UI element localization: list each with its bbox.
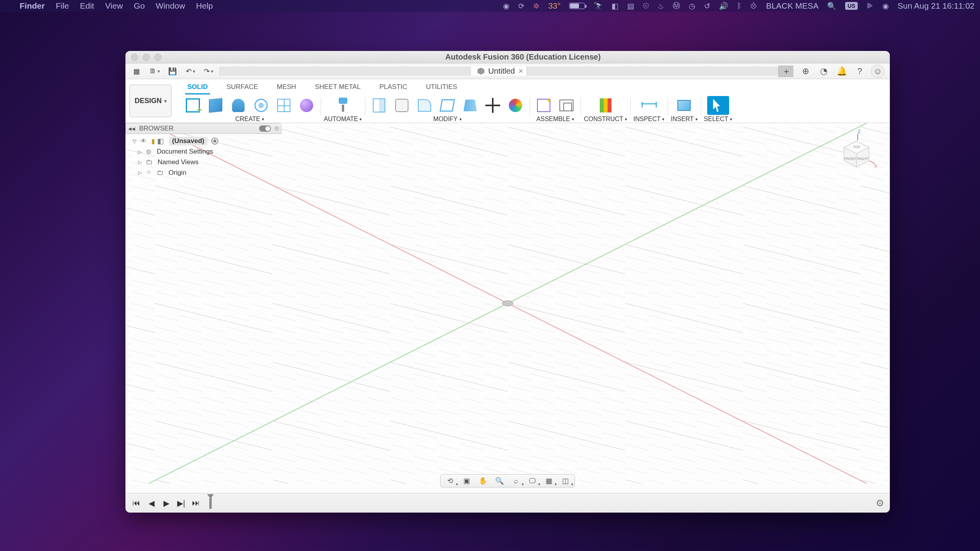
- help-button[interactable]: ?: [853, 65, 866, 78]
- airdrop-icon[interactable]: ⦾: [643, 2, 649, 10]
- battery-icon[interactable]: [569, 3, 585, 9]
- close-tab-button[interactable]: ✕: [518, 67, 523, 75]
- create-sketch-button[interactable]: [182, 96, 204, 115]
- measure-button[interactable]: [638, 96, 660, 115]
- close-button[interactable]: [131, 54, 138, 61]
- sync-icon[interactable]: ⟳: [518, 2, 524, 11]
- hostname[interactable]: BLACK MESA: [766, 1, 818, 11]
- fan-icon[interactable]: ✲: [533, 2, 539, 11]
- extrude-button[interactable]: [227, 96, 249, 115]
- bluetooth-icon[interactable]: ᛒ: [737, 2, 741, 10]
- tab-plastic[interactable]: PLASTIC: [377, 82, 410, 94]
- file-menu-button[interactable]: 🗎: [147, 65, 162, 77]
- record-icon[interactable]: ◉: [503, 2, 510, 11]
- browser-header[interactable]: ◂◂ BROWSER ⎋: [125, 123, 281, 134]
- zoom-button[interactable]: 🔍: [494, 476, 505, 486]
- menu-go[interactable]: Go: [134, 1, 145, 11]
- tree-item-named-views[interactable]: ▷ 🗀 Named Views: [125, 157, 281, 167]
- browser-pin-icon[interactable]: ⎋: [275, 125, 279, 132]
- create-box-button[interactable]: [205, 96, 227, 115]
- window-titlebar[interactable]: Autodesk Fusion 360 (Education License): [125, 51, 890, 63]
- tab-utilities[interactable]: UTILITIES: [424, 82, 459, 94]
- malware-icon[interactable]: Ⓜ: [673, 1, 680, 11]
- timeline-start-button[interactable]: ⏮: [131, 498, 142, 509]
- menu-window[interactable]: Window: [156, 1, 185, 11]
- look-at-button[interactable]: ▣: [461, 476, 472, 486]
- automate-button[interactable]: [332, 96, 354, 115]
- assemble-dropdown[interactable]: ASSEMBLE: [536, 116, 574, 123]
- save-button[interactable]: 💾: [165, 65, 180, 77]
- fillet-button[interactable]: [391, 96, 413, 115]
- tab-sheet-metal[interactable]: SHEET METAL: [312, 82, 363, 94]
- revolve-button[interactable]: [250, 96, 272, 115]
- tree-item-origin[interactable]: ▷ 👁 🗀 Origin: [125, 167, 281, 178]
- zoom-window-button[interactable]: ⌕: [510, 476, 521, 486]
- grid-settings-button[interactable]: ▦: [543, 476, 554, 486]
- minimize-button[interactable]: [143, 54, 150, 61]
- draft-button[interactable]: [459, 96, 481, 115]
- timeline-settings-button[interactable]: ⚙: [876, 498, 884, 509]
- appearance-button[interactable]: [505, 96, 526, 115]
- display-settings-button[interactable]: 🖵: [527, 476, 538, 486]
- inspect-dropdown[interactable]: INSPECT: [633, 116, 664, 123]
- zoom-button[interactable]: [154, 54, 162, 61]
- gear-icon[interactable]: ⚙: [146, 148, 154, 156]
- menu-view[interactable]: View: [105, 1, 123, 11]
- expand-icon[interactable]: ▷: [138, 149, 143, 155]
- binoculars-icon[interactable]: 🔭: [593, 2, 603, 11]
- create-form-button[interactable]: [296, 96, 318, 115]
- construct-dropdown[interactable]: CONSTRUCT: [584, 116, 627, 123]
- display-icon[interactable]: ▤: [627, 2, 634, 11]
- app-menu[interactable]: Finder: [20, 1, 45, 11]
- profile-button[interactable]: ☺: [871, 65, 884, 78]
- new-component-button[interactable]: [533, 96, 555, 115]
- menu-file[interactable]: File: [56, 1, 69, 11]
- undo-button[interactable]: ↶: [183, 65, 198, 77]
- temperature[interactable]: 33°: [548, 1, 561, 11]
- select-dropdown[interactable]: SELECT: [704, 116, 732, 123]
- tree-item-document-settings[interactable]: ▷ ⚙ Document Settings: [125, 147, 281, 157]
- volume-icon[interactable]: 🔊: [719, 2, 728, 11]
- datetime[interactable]: Sun Aug 21 16:11:02: [898, 1, 975, 11]
- activate-radio[interactable]: [211, 138, 218, 145]
- expand-icon[interactable]: ▷: [138, 159, 143, 165]
- tab-solid[interactable]: SOLID: [185, 82, 210, 94]
- siri-icon[interactable]: ◉: [882, 2, 889, 11]
- extensions-button[interactable]: ⊕: [799, 65, 812, 78]
- timeline-marker[interactable]: [209, 497, 212, 509]
- document-tab[interactable]: Untitled ✕: [471, 67, 527, 76]
- menu-edit[interactable]: Edit: [80, 1, 94, 11]
- joint-button[interactable]: [555, 96, 577, 115]
- timeline-step-back-button[interactable]: ◀: [146, 498, 157, 509]
- tab-mesh[interactable]: MESH: [274, 82, 298, 94]
- automate-dropdown[interactable]: AUTOMATE: [324, 116, 362, 123]
- spotlight-icon[interactable]: 🔍: [827, 2, 837, 11]
- clock-icon[interactable]: ◷: [689, 2, 695, 11]
- browser-toggle[interactable]: [259, 125, 271, 132]
- insert-button[interactable]: [673, 96, 695, 115]
- shield-icon[interactable]: ◧: [612, 2, 619, 11]
- wifi-icon[interactable]: ⨶: [750, 2, 757, 10]
- move-button[interactable]: [482, 96, 504, 115]
- drop-icon[interactable]: ♨: [657, 2, 664, 11]
- data-panel-button[interactable]: ▦: [129, 65, 143, 77]
- visibility-icon[interactable]: 👁: [140, 138, 149, 145]
- workspace-switcher[interactable]: DESIGN: [129, 85, 172, 117]
- tab-surface[interactable]: SURFACE: [224, 82, 260, 94]
- notifications-button[interactable]: 🔔: [835, 65, 848, 78]
- control-center-icon[interactable]: ⫸: [866, 2, 874, 10]
- insert-dropdown[interactable]: INSERT: [671, 116, 697, 123]
- expand-icon[interactable]: ▷: [138, 170, 143, 176]
- menu-help[interactable]: Help: [196, 1, 213, 11]
- redo-button[interactable]: ↷: [201, 65, 216, 77]
- timemachine-icon[interactable]: ↺: [704, 2, 710, 11]
- timeline-play-button[interactable]: ▶: [161, 498, 172, 509]
- viewport-layout-button[interactable]: ◫: [560, 476, 571, 486]
- press-pull-button[interactable]: [368, 96, 390, 115]
- keyboard-layout[interactable]: US: [845, 2, 857, 10]
- select-button[interactable]: [707, 96, 729, 115]
- modify-dropdown[interactable]: MODIFY: [433, 116, 461, 123]
- visibility-icon[interactable]: 👁: [146, 169, 154, 176]
- shell-button[interactable]: [436, 96, 458, 115]
- timeline-end-button[interactable]: ⏭: [191, 498, 201, 509]
